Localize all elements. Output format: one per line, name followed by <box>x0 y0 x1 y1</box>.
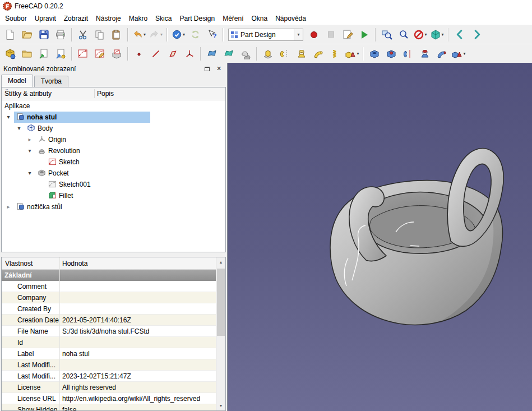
property-row-creation-date[interactable]: Creation Date2021-05-20T14:40:16Z <box>2 315 216 326</box>
datum-point-button[interactable] <box>131 46 147 62</box>
scroll-up-icon[interactable]: ▴ <box>216 257 225 267</box>
nav-back-button[interactable] <box>451 27 468 43</box>
save-button[interactable] <box>35 27 52 43</box>
draw-style-button[interactable]: ▾ <box>412 27 429 43</box>
tree-row-body[interactable]: ▾ Body <box>2 123 225 134</box>
tree-row-sketch[interactable]: Sketch <box>2 156 225 168</box>
additive-helix-button[interactable] <box>327 46 344 62</box>
menu-skica[interactable]: Skica <box>151 13 175 24</box>
macro-stop-button[interactable] <box>322 27 339 43</box>
tree-row-noha-stul[interactable]: ▾ noha stul <box>2 112 225 123</box>
macro-edit-button[interactable] <box>339 27 356 43</box>
map-sketch-button[interactable] <box>108 46 125 62</box>
macro-execute-button[interactable] <box>356 27 373 43</box>
tab-model[interactable]: Model <box>1 75 33 87</box>
paste-button[interactable] <box>108 27 125 43</box>
create-sketch-button[interactable] <box>75 46 91 62</box>
property-row-created-by[interactable]: Created By <box>2 303 216 315</box>
model-body[interactable] <box>330 149 503 325</box>
pad-button[interactable] <box>260 46 276 62</box>
additive-loft-button[interactable] <box>293 46 310 62</box>
sub-shapebinder-button[interactable] <box>220 46 237 62</box>
view-isometric-button[interactable]: ▾ <box>429 27 446 43</box>
dropdown-caret-icon[interactable]: ▾ <box>144 33 146 37</box>
property-row-label[interactable]: Labelnoha stul <box>2 348 216 359</box>
make-sublink-button[interactable] <box>52 46 69 62</box>
close-panel-button[interactable]: ✕ <box>214 64 224 73</box>
additive-pipe-button[interactable] <box>310 46 327 62</box>
dropdown-caret-icon[interactable]: ▾ <box>424 33 427 37</box>
3d-viewport[interactable] <box>227 63 532 411</box>
make-link-button[interactable] <box>35 46 52 62</box>
combo-dropdown-icon[interactable]: ▾ <box>294 29 303 40</box>
shapebinder-button[interactable] <box>203 46 220 62</box>
menu-zobrazit[interactable]: Zobrazit <box>60 13 92 24</box>
property-row-license-url[interactable]: License URLhttp://en.wikipedia.org/wiki/… <box>2 393 216 404</box>
menu-upravit[interactable]: Upravit <box>31 13 60 24</box>
tree-row-revolution[interactable]: ▾ Revolution <box>2 145 225 156</box>
subtractive-loft-button[interactable] <box>417 46 433 62</box>
subtractive-pipe-button[interactable] <box>433 46 450 62</box>
new-document-button[interactable] <box>2 27 18 43</box>
dropdown-caret-icon[interactable]: ▾ <box>463 52 465 56</box>
refresh-button[interactable] <box>187 27 203 43</box>
menu-makro[interactable]: Makro <box>125 13 151 24</box>
tree-row-application[interactable]: Aplikace <box>2 100 225 112</box>
local-coordinate-system-button[interactable] <box>181 46 198 62</box>
groove-button[interactable] <box>400 46 417 62</box>
property-scrollbar[interactable]: ▴ ▾ <box>216 257 225 410</box>
print-button[interactable] <box>52 27 69 43</box>
expander-open-icon[interactable]: ▾ <box>26 168 33 179</box>
create-body-button[interactable] <box>2 46 18 62</box>
menu-part-design[interactable]: Part Design <box>175 13 219 24</box>
box-zoom-button[interactable] <box>395 27 412 43</box>
expander-open-icon[interactable]: ▾ <box>16 123 22 134</box>
datum-line-button[interactable] <box>147 46 164 62</box>
fit-all-button[interactable] <box>378 27 395 43</box>
property-row-last-modified-by[interactable]: Last Modifi... <box>2 359 216 371</box>
additive-primitive-button[interactable]: ▾ <box>344 46 360 62</box>
whats-this-button[interactable]: ? <box>203 27 220 43</box>
copy-button[interactable] <box>91 27 108 43</box>
tree-row-nozicka-stul[interactable]: ▸ nožička stůl <box>2 201 225 213</box>
menu-okna[interactable]: Okna <box>248 13 272 24</box>
datum-plane-button[interactable] <box>164 46 181 62</box>
undo-button[interactable]: ▾ <box>131 27 147 43</box>
property-row-company[interactable]: Company <box>2 292 216 303</box>
cut-button[interactable] <box>75 27 91 43</box>
property-row-comment[interactable]: Comment <box>2 281 216 292</box>
subtractive-primitive-button[interactable]: ▾ <box>450 46 467 62</box>
panel-titlebar[interactable]: Kombinované zobrazení ✕ <box>0 63 227 75</box>
tree-row-sketch001[interactable]: Sketch001 <box>2 179 225 190</box>
dropdown-caret-icon[interactable]: ▾ <box>357 52 359 56</box>
property-row-id[interactable]: Id <box>2 337 216 348</box>
property-row-show-hidden[interactable]: Show Hiddenfalse <box>2 404 216 411</box>
property-row-file-name[interactable]: File NameS:/3d tisk/3d/noha stul.FCStd <box>2 326 216 337</box>
clone-button[interactable] <box>237 46 254 62</box>
revolution-button[interactable] <box>276 46 293 62</box>
open-button[interactable] <box>18 27 35 43</box>
expander-open-icon[interactable]: ▾ <box>5 112 12 123</box>
dropdown-caret-icon[interactable]: ▾ <box>441 33 443 37</box>
float-panel-button[interactable] <box>202 64 212 73</box>
dropdown-caret-icon[interactable]: ▾ <box>183 33 185 37</box>
create-group-button[interactable] <box>18 46 35 62</box>
menu-napoveda[interactable]: Nápověda <box>271 13 310 24</box>
menu-mereni[interactable]: Měření <box>219 13 247 24</box>
tab-tvorba[interactable]: Tvorba <box>34 76 68 87</box>
tree-column-description[interactable]: Popis <box>97 90 114 98</box>
property-section-header[interactable]: Základní <box>2 270 216 281</box>
property-column-divider[interactable] <box>59 257 60 410</box>
expander-closed-icon[interactable]: ▸ <box>5 201 12 213</box>
redo-button[interactable]: ▾ <box>147 27 164 43</box>
column-divider[interactable] <box>94 89 95 98</box>
link-actions-button[interactable]: ▾ <box>170 27 187 43</box>
nav-forward-button[interactable] <box>468 27 485 43</box>
property-row-license[interactable]: LicenseAll rights reserved <box>2 382 216 393</box>
property-row-last-modified-date[interactable]: Last Modifi...2023-12-02T15:21:47Z <box>2 371 216 382</box>
workbench-selector[interactable]: Part Design ▾ <box>228 29 303 41</box>
expander-closed-icon[interactable]: ▸ <box>26 134 33 145</box>
tree-row-pocket[interactable]: ▾ Pocket <box>2 168 225 179</box>
pocket-button[interactable] <box>366 46 383 62</box>
macro-record-button[interactable] <box>306 27 322 43</box>
